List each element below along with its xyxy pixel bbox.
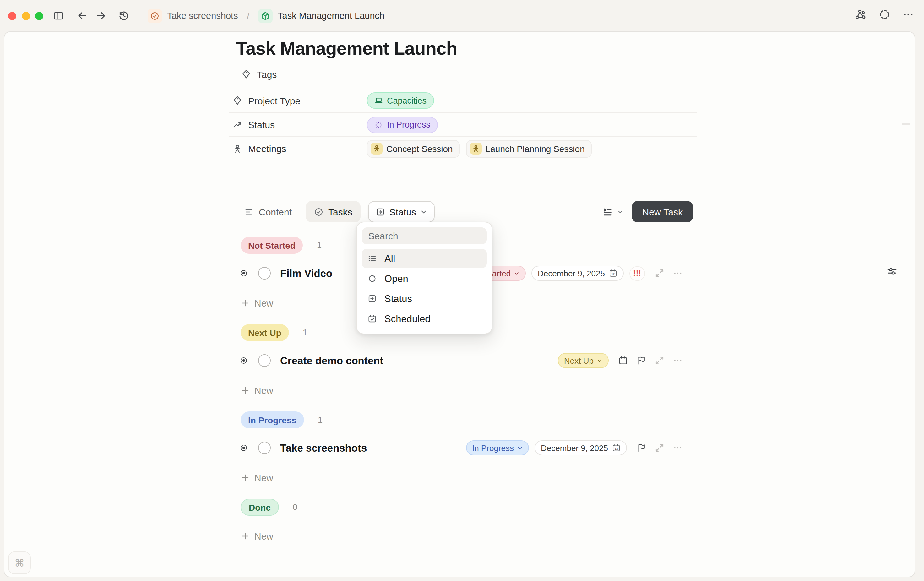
meeting-pill[interactable]: Concept Session: [367, 140, 460, 157]
plus-icon: [241, 386, 249, 394]
add-task-button[interactable]: New: [241, 470, 697, 485]
column-divider: [362, 91, 363, 158]
section-pill[interactable]: Next Up: [241, 324, 289, 341]
list-icon: [368, 254, 377, 263]
zoom-window-button[interactable]: [35, 12, 43, 20]
task-title[interactable]: Take screenshots: [280, 442, 367, 454]
breadcrumb: Take screenshots / Task Management Launc…: [148, 8, 384, 23]
chevron-down-icon: [597, 358, 602, 363]
new-task-button[interactable]: New Task: [632, 201, 693, 222]
property-label[interactable]: Meetings: [229, 143, 358, 154]
property-label[interactable]: Status: [229, 119, 358, 130]
minimize-window-button[interactable]: [21, 12, 30, 20]
meeting-pill[interactable]: Launch Planning Session: [466, 140, 592, 157]
dropdown-option-status[interactable]: Status: [362, 289, 487, 309]
forward-icon[interactable]: [94, 8, 109, 23]
collapsed-block-indicator: [902, 123, 910, 125]
tags-row[interactable]: Tags: [241, 66, 697, 82]
plus-icon: [241, 532, 249, 540]
sort-order-button[interactable]: [603, 206, 624, 217]
task-due-date-pill[interactable]: December 9, 2025 12: [531, 266, 624, 281]
expand-icon[interactable]: [653, 442, 666, 454]
section-pill[interactable]: Not Started: [241, 237, 303, 254]
property-row-meetings: Meetings Concept Session: [229, 136, 697, 160]
section-header-in-progress: In Progress 1: [241, 411, 697, 428]
cube-icon: [258, 8, 272, 23]
graph-icon[interactable]: [855, 9, 866, 23]
tags-label: Tags: [257, 69, 277, 79]
filter-sliders-icon[interactable]: [886, 266, 898, 277]
task-row-create-demo-content: Create demo content Next Up: [229, 351, 697, 370]
calendar-icon[interactable]: [617, 354, 629, 367]
breadcrumb-tab-take-screenshots[interactable]: Take screenshots: [148, 8, 238, 23]
spinner-icon: [375, 120, 383, 129]
calendar-icon: 12: [609, 269, 617, 277]
task-status-pill[interactable]: In Progress: [466, 440, 529, 456]
section-pill[interactable]: Done: [241, 499, 279, 516]
tab-tasks[interactable]: Tasks: [305, 201, 361, 222]
expand-icon[interactable]: [653, 267, 666, 279]
property-row-status: Status In Progress: [229, 112, 697, 136]
back-icon[interactable]: [75, 8, 90, 23]
breadcrumb-tab-label: Task Management Launch: [278, 11, 384, 21]
chevron-down-icon: [421, 208, 427, 215]
task-title[interactable]: Film Video: [280, 267, 332, 279]
drag-handle-icon[interactable]: [241, 270, 247, 276]
window-controls: [8, 12, 43, 20]
project-type-value-pill[interactable]: Capacities: [367, 92, 434, 109]
drag-handle-icon[interactable]: [241, 445, 247, 451]
task-status-pill[interactable]: Next Up: [558, 353, 609, 368]
section-count: 0: [293, 502, 297, 512]
drag-handle-icon[interactable]: [241, 357, 247, 364]
section-count: 1: [317, 241, 322, 250]
circle-icon: [368, 274, 377, 283]
calendar-icon: 12: [612, 444, 620, 452]
task-checkbox[interactable]: [258, 267, 271, 279]
command-icon: ⌘: [15, 557, 25, 569]
section-count: 1: [303, 328, 307, 337]
history-icon[interactable]: [116, 8, 131, 23]
flag-icon[interactable]: [635, 442, 648, 454]
document-card: Task Management Launch Tags Project Type: [4, 31, 915, 577]
task-priority-pill[interactable]: !!!: [629, 266, 645, 281]
calendar-check-icon: [368, 314, 377, 324]
chevron-down-icon: [514, 271, 520, 276]
meeting-person-icon: [371, 143, 383, 155]
task-due-date-pill[interactable]: December 9, 2025 12: [535, 440, 627, 456]
text-cursor: [367, 231, 368, 241]
task-more-icon[interactable]: [672, 267, 684, 279]
meeting-person-icon: [470, 143, 482, 155]
laptop-icon: [375, 96, 383, 105]
task-checkbox[interactable]: [258, 442, 271, 454]
page-title[interactable]: Task Management Launch: [236, 36, 697, 61]
task-title[interactable]: Create demo content: [280, 355, 383, 366]
more-options-icon[interactable]: [903, 9, 914, 23]
task-more-icon[interactable]: [672, 354, 684, 367]
command-shortcut-button[interactable]: ⌘: [8, 551, 31, 574]
add-task-button[interactable]: New: [241, 383, 697, 398]
sidebar-toggle-icon[interactable]: [51, 8, 66, 23]
add-task-button[interactable]: New: [241, 528, 697, 543]
dropdown-option-scheduled[interactable]: Scheduled: [362, 309, 487, 328]
plus-icon: [241, 473, 249, 482]
search-input[interactable]: Search: [362, 228, 487, 244]
tab-content[interactable]: Content: [244, 206, 292, 217]
search-placeholder: Search: [368, 231, 398, 241]
expand-icon[interactable]: [653, 354, 666, 367]
check-circle-icon: [148, 8, 162, 23]
status-filter-button[interactable]: Status: [368, 201, 435, 222]
breadcrumb-tab-task-management-launch[interactable]: Task Management Launch: [258, 8, 384, 23]
dropdown-option-all[interactable]: All: [362, 249, 487, 268]
property-label[interactable]: Project Type: [229, 95, 358, 106]
titlebar-actions: [855, 9, 914, 23]
status-value-pill[interactable]: In Progress: [367, 117, 438, 133]
task-checkbox[interactable]: [258, 354, 271, 367]
dashed-circle-icon[interactable]: [879, 9, 890, 23]
status-filter-dropdown: Search All Open Status Scheduled: [356, 222, 492, 334]
close-window-button[interactable]: [8, 12, 16, 20]
section-pill[interactable]: In Progress: [241, 411, 304, 428]
flag-icon[interactable]: [635, 354, 648, 367]
dropdown-option-open[interactable]: Open: [362, 269, 487, 288]
sort-order-icon: [603, 206, 614, 217]
task-more-icon[interactable]: [672, 442, 684, 454]
